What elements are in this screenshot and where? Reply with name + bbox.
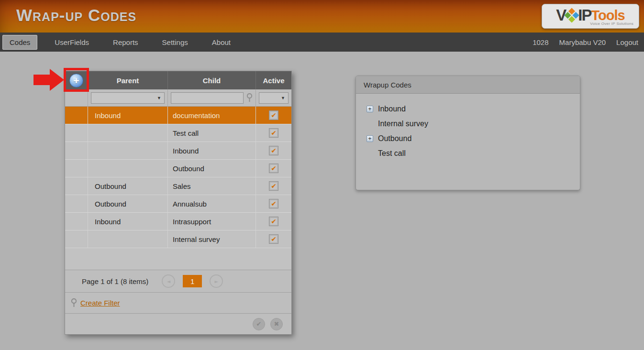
active-checkbox[interactable]: ✔ [269, 110, 278, 120]
chevron-down-icon: ▼ [157, 96, 161, 100]
table-row[interactable]: Inbounddocumentation✔ [65, 107, 291, 124]
tree-item-label: Inbound [378, 105, 406, 113]
child-filter-input[interactable] [171, 92, 244, 104]
row-indicator-cell [65, 177, 88, 195]
row-indicator-cell [65, 213, 88, 230]
active-cell: ✔ [256, 195, 291, 212]
row-indicator-cell [65, 195, 88, 212]
parent-cell: Inbound [88, 107, 168, 124]
parent-cell [88, 160, 168, 177]
child-cell: Test call [168, 124, 256, 142]
expander-spacer [366, 150, 378, 157]
tree-item-test-call[interactable]: Test call [366, 146, 580, 161]
username: Marybabu V20 [559, 38, 606, 46]
active-checkbox[interactable]: ✔ [269, 234, 278, 244]
expand-plus-icon[interactable]: + [366, 135, 373, 142]
child-cell: Outbound [168, 160, 256, 177]
active-checkbox[interactable]: ✔ [269, 217, 278, 226]
table-row[interactable]: Internal survey✔ [65, 230, 291, 248]
expander-spacer [366, 120, 378, 127]
parent-filter-dropdown[interactable]: ▼ [91, 92, 165, 104]
parent-cell [88, 124, 168, 142]
tree-item-inbound[interactable]: +Inbound [366, 101, 580, 116]
child-cell: Annualsub [168, 195, 256, 212]
active-checkbox[interactable]: ✔ [269, 181, 278, 191]
nav-tab-userfields[interactable]: UserFields [48, 35, 96, 49]
table-row[interactable]: Inbound✔ [65, 142, 291, 160]
active-cell: ✔ [256, 142, 291, 159]
grid-rows: Inbounddocumentation✔Test call✔Inbound✔O… [65, 107, 291, 248]
child-cell: documentation [168, 107, 256, 124]
active-checkbox[interactable]: ✔ [269, 199, 278, 208]
annotation-arrow-head [50, 69, 64, 91]
active-checkbox[interactable]: ✔ [269, 128, 278, 138]
row-indicator-cell [65, 160, 88, 177]
logo-tagline: Voice Over IP Solutions [590, 22, 633, 26]
pager-page-1-button[interactable]: 1 [183, 275, 202, 287]
column-header-child[interactable]: Child [168, 71, 256, 89]
table-row[interactable]: InboundIntrasupport✔ [65, 213, 291, 230]
table-row[interactable]: OutboundSales✔ [65, 177, 291, 195]
create-filter-link[interactable]: Create Filter [80, 299, 120, 307]
pager-next-button[interactable]: ► [210, 274, 223, 288]
active-checkbox[interactable]: ✔ [269, 146, 278, 155]
column-header-parent[interactable]: Parent [88, 71, 168, 89]
child-cell: Internal survey [168, 230, 256, 248]
logout-link[interactable]: Logout [616, 38, 638, 46]
filter-pin-icon[interactable] [246, 93, 253, 102]
codes-grid: + Parent Child Active ▼ ▼ Inbou [65, 71, 292, 335]
active-cell: ✔ [256, 230, 291, 248]
active-cell: ✔ [256, 124, 291, 142]
row-indicator-cell [65, 107, 88, 124]
column-header-active[interactable]: Active [256, 71, 291, 89]
navbar-user-area: 1028 Marybabu V20 Logout [533, 38, 638, 46]
logo-text-ip: IP [578, 6, 591, 24]
panel-title: Wrapup Codes [356, 76, 580, 94]
pager-prev-button[interactable]: ◄ [162, 274, 175, 288]
active-cell: ✔ [256, 213, 291, 230]
tree-item-internal-survey[interactable]: Internal survey [366, 116, 580, 131]
child-cell: Sales [168, 177, 256, 195]
nav-tab-codes[interactable]: Codes [2, 35, 37, 50]
parent-cell: Outbound [88, 177, 168, 195]
cancel-changes-button[interactable]: ✖ [270, 318, 283, 330]
pager-status: Page 1 of 1 (8 items) [82, 277, 148, 285]
logo-text-tools: Tools [591, 8, 625, 23]
grid-action-bar: ✔ ✖ [65, 314, 291, 334]
table-row[interactable]: Test call✔ [65, 124, 291, 142]
table-row[interactable]: OutboundAnnualsub✔ [65, 195, 291, 213]
active-filter-dropdown[interactable]: ▼ [259, 92, 289, 104]
grid-header-row: + Parent Child Active [65, 71, 291, 89]
filter-pin-icon [71, 298, 77, 307]
table-row[interactable]: Outbound✔ [65, 160, 291, 177]
active-cell: ✔ [256, 177, 291, 195]
apply-changes-button[interactable]: ✔ [253, 318, 265, 330]
grid-header-add-cell: + [65, 71, 88, 89]
active-checkbox[interactable]: ✔ [269, 164, 278, 173]
tree-item-label: Test call [378, 149, 406, 158]
add-code-button[interactable]: + [69, 74, 83, 88]
grid-filter-row: ▼ ▼ [65, 89, 291, 107]
nav-tabs: CodesUserFieldsReportsSettingsAbout [2, 33, 248, 52]
child-cell: Intrasupport [168, 213, 256, 230]
parent-cell [88, 142, 168, 159]
wrapup-codes-tree: +InboundInternal survey+OutboundTest cal… [356, 94, 580, 161]
row-indicator-cell [65, 142, 88, 159]
wrapup-codes-panel: Wrapup Codes +InboundInternal survey+Out… [355, 76, 580, 190]
extension-number: 1028 [533, 38, 548, 46]
grid-pager: Page 1 of 1 (8 items) ◄ 1 ► [65, 270, 291, 293]
row-indicator-cell [65, 124, 88, 142]
child-cell: Inbound [168, 142, 256, 159]
tree-item-outbound[interactable]: +Outbound [366, 131, 580, 146]
active-cell: ✔ [256, 107, 291, 124]
tree-item-label: Outbound [378, 134, 411, 143]
expand-plus-icon[interactable]: + [366, 106, 373, 112]
nav-tab-about[interactable]: About [205, 35, 237, 49]
nav-tab-reports[interactable]: Reports [106, 35, 145, 49]
main-navbar: CodesUserFieldsReportsSettingsAbout 1028… [0, 33, 644, 52]
nav-tab-settings[interactable]: Settings [155, 35, 195, 49]
row-indicator-cell [65, 230, 88, 248]
parent-cell: Inbound [88, 213, 168, 230]
active-cell: ✔ [256, 160, 291, 177]
parent-cell [88, 230, 168, 248]
